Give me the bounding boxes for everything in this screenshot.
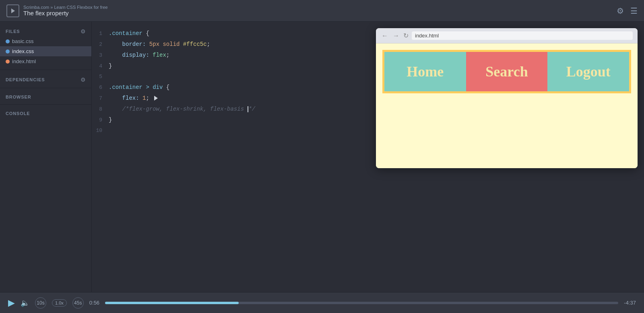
page-title: The flex property	[23, 10, 108, 16]
browser-preview: ← → ↻ Home Search Logout	[376, 28, 638, 168]
console-label: CONSOLE	[0, 108, 91, 117]
forward-button[interactable]: →	[392, 32, 400, 39]
progress-bar[interactable]	[105, 302, 618, 304]
speed-button[interactable]: 1.0x	[52, 299, 67, 307]
back-button[interactable]: ←	[381, 32, 389, 39]
time-remaining: -4:37	[624, 300, 636, 306]
settings-icon[interactable]: ⚙	[617, 6, 624, 16]
bottom-bar: ▶ 🔈 10s 1.0x 45s 0:56 -4:37	[0, 292, 644, 313]
progress-bar-fill	[105, 302, 239, 304]
top-bar: Scrimba.com » Learn CSS Flexbox for free…	[0, 0, 644, 22]
play-button[interactable]: ▶	[8, 298, 15, 308]
main-layout: FILES ⚙ basic.css index.css index.html D…	[0, 22, 644, 292]
browser-content: Home Search Logout	[376, 43, 638, 168]
dependencies-settings-icon[interactable]: ⚙	[80, 76, 86, 83]
menu-icon[interactable]: ☰	[630, 6, 638, 16]
html-dot-icon	[6, 60, 10, 64]
dependencies-section-header: DEPENDENCIES ⚙	[0, 73, 91, 84]
file-index-html[interactable]: index.html	[0, 56, 91, 66]
breadcrumb: Scrimba.com » Learn CSS Flexbox for free	[23, 5, 108, 10]
sidebar-divider-3	[0, 104, 91, 105]
file-basic-css[interactable]: basic.css	[0, 36, 91, 46]
dependencies-label: DEPENDENCIES	[6, 77, 45, 82]
preview-logout-btn: Logout	[547, 52, 629, 91]
files-label: FILES	[6, 29, 20, 34]
file-name: index.html	[12, 58, 36, 64]
title-group: Scrimba.com » Learn CSS Flexbox for free…	[23, 5, 108, 16]
sidebar: FILES ⚙ basic.css index.css index.html D…	[0, 22, 92, 292]
skip-back-button[interactable]: 10s	[35, 297, 46, 309]
css-dot-icon	[6, 39, 10, 43]
browser-label: BROWSER	[0, 91, 91, 101]
time-current: 0:56	[89, 300, 99, 306]
files-section-header: FILES ⚙	[0, 25, 91, 36]
files-settings-icon[interactable]: ⚙	[80, 28, 86, 35]
file-name: index.css	[12, 48, 34, 54]
file-name: basic.css	[12, 38, 33, 44]
preview-search-btn: Search	[466, 52, 548, 91]
top-bar-right: ⚙ ☰	[617, 6, 638, 16]
preview-home-btn: Home	[384, 52, 466, 91]
svg-marker-0	[11, 8, 15, 13]
url-bar[interactable]	[412, 31, 633, 40]
file-index-css[interactable]: index.css	[0, 46, 91, 56]
css-dot-icon	[6, 49, 10, 54]
sidebar-divider-1	[0, 70, 91, 70]
skip-forward-button[interactable]: 45s	[72, 297, 84, 309]
editor-area: 1 .container { 2 border: 5px solid #ffcc…	[92, 22, 644, 292]
top-bar-left: Scrimba.com » Learn CSS Flexbox for free…	[6, 4, 108, 17]
reload-button[interactable]: ↻	[403, 32, 409, 39]
browser-toolbar: ← → ↻	[376, 28, 638, 43]
logo-play-icon	[10, 8, 16, 14]
scrimba-logo[interactable]	[6, 4, 19, 17]
preview-container: Home Search Logout	[382, 50, 631, 93]
sidebar-divider-2	[0, 88, 91, 88]
volume-button[interactable]: 🔈	[21, 299, 29, 307]
